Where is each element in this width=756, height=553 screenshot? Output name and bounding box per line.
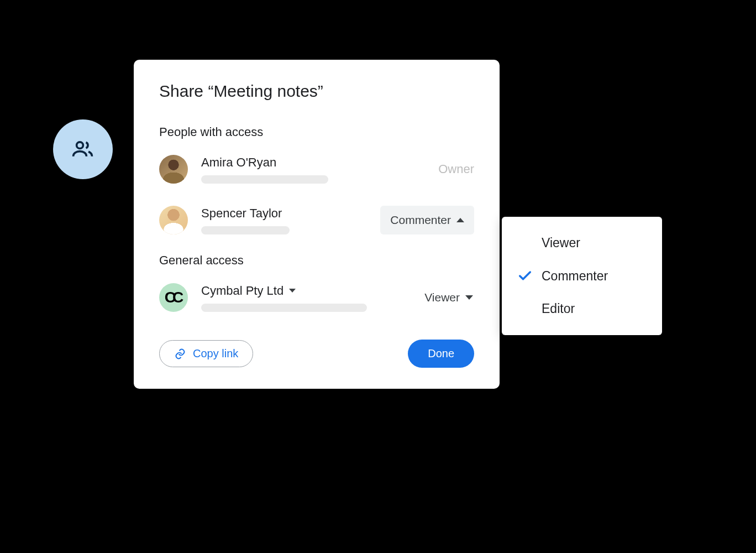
placeholder-description xyxy=(201,304,367,312)
role-dropdown-trigger[interactable]: Commenter xyxy=(380,206,474,234)
avatar xyxy=(159,206,188,234)
org-logo-icon: CC xyxy=(165,289,180,306)
placeholder-email xyxy=(201,226,290,234)
check-icon xyxy=(517,268,533,284)
role-dropdown-menu: Viewer Commenter Editor xyxy=(502,217,662,335)
org-info: Cymbal Pty Ltd xyxy=(201,284,423,312)
placeholder-email xyxy=(201,175,328,184)
role-option-label: Commenter xyxy=(542,269,608,284)
person-name: Amira O'Ryan xyxy=(201,155,438,170)
avatar xyxy=(159,155,188,184)
general-role-dropdown-trigger[interactable]: Viewer xyxy=(423,288,474,307)
dialog-actions: Copy link Done xyxy=(159,340,474,368)
org-name: Cymbal Pty Ltd xyxy=(201,284,284,298)
link-icon xyxy=(174,348,186,360)
general-access-row: CC Cymbal Pty Ltd Viewer xyxy=(159,280,474,315)
person-info: Amira O'Ryan xyxy=(201,155,438,184)
caret-up-icon xyxy=(456,218,464,222)
role-option-label: Viewer xyxy=(542,236,580,251)
role-option-commenter[interactable]: Commenter xyxy=(502,259,662,293)
share-dialog: Share “Meeting notes” People with access… xyxy=(134,60,500,389)
role-option-viewer[interactable]: Viewer xyxy=(502,227,662,259)
role-label: Commenter xyxy=(390,213,451,227)
person-row: Spencer Taylor Commenter xyxy=(159,202,474,238)
person-row: Amira O'Ryan Owner xyxy=(159,152,474,187)
org-avatar: CC xyxy=(159,283,188,312)
caret-down-icon xyxy=(465,295,473,300)
dialog-title: Share “Meeting notes” xyxy=(159,82,474,101)
copy-link-button[interactable]: Copy link xyxy=(159,340,253,367)
people-with-access-heading: People with access xyxy=(159,125,474,139)
done-button[interactable]: Done xyxy=(408,340,474,368)
svg-point-0 xyxy=(77,142,83,149)
role-label: Viewer xyxy=(424,291,460,304)
org-scope-dropdown[interactable]: Cymbal Pty Ltd xyxy=(201,284,423,298)
person-info: Spencer Taylor xyxy=(201,206,380,234)
people-icon xyxy=(71,137,95,161)
people-icon-badge xyxy=(53,119,113,179)
check-slot xyxy=(517,268,542,284)
role-option-editor[interactable]: Editor xyxy=(502,293,662,325)
general-access-heading: General access xyxy=(159,253,474,268)
caret-down-icon xyxy=(289,289,296,293)
person-name: Spencer Taylor xyxy=(201,206,380,221)
role-option-label: Editor xyxy=(542,301,575,316)
copy-link-label: Copy link xyxy=(193,347,238,360)
role-label-owner: Owner xyxy=(438,162,474,176)
